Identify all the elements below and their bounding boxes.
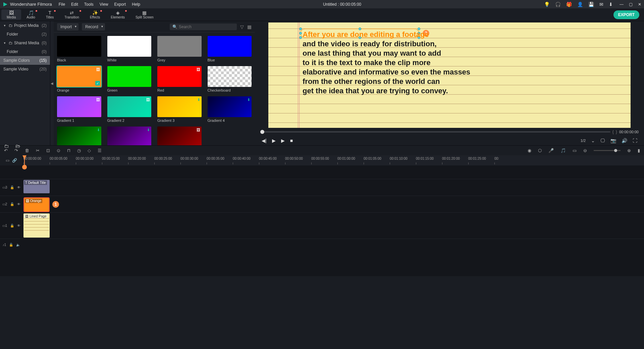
play-icon-2[interactable]: ▶ (281, 138, 285, 143)
media-thumb[interactable]: ⬇ (208, 96, 252, 117)
mic-icon[interactable]: 🎤 (548, 148, 554, 153)
track-body[interactable] (23, 239, 644, 251)
download-icon[interactable]: ⬇ (609, 2, 613, 7)
bracket-left-icon[interactable]: { (612, 130, 614, 134)
preview-canvas[interactable]: 2 After you are done editing a footagean… (268, 22, 631, 128)
zoom-thumb-icon[interactable] (614, 149, 617, 152)
tab-media[interactable]: 🖼 Media (1, 9, 21, 20)
save-icon[interactable]: 💾 (588, 2, 594, 7)
close-icon[interactable]: ✕ (638, 2, 641, 7)
clip-lined-page[interactable]: 🖼Lined Page (23, 213, 50, 238)
media-thumb[interactable] (107, 36, 152, 57)
media-item-White[interactable]: White (107, 36, 152, 62)
media-item-Gradient 4[interactable]: ⬇Gradient 4 (208, 96, 252, 122)
timeline-ruler[interactable]: 00:00:00:0000:00:05:0000:00:10:0000:00:1… (23, 155, 644, 165)
sidebar-item-folder[interactable]: Folder (2) (0, 30, 50, 39)
zoom-in-icon[interactable]: ⊕ (627, 148, 631, 153)
volume-icon[interactable]: 🔊 (622, 138, 627, 143)
menu-help[interactable]: Help (132, 2, 140, 7)
maximize-icon[interactable]: ▢ (629, 2, 633, 7)
settings-icon[interactable]: ☰ (98, 148, 102, 153)
scrubber-thumb-icon[interactable] (260, 130, 264, 134)
tab-effects[interactable]: ✨ Effects (85, 9, 105, 20)
media-item-Gradient 2[interactable]: 🖼Gradient 2 (107, 96, 152, 122)
add-folder-icon[interactable]: 🗀 (4, 143, 9, 149)
media-item-Green[interactable]: Green (107, 66, 152, 92)
duration-icon[interactable]: ◷ (77, 148, 81, 153)
menu-view[interactable]: View (100, 2, 108, 7)
media-thumb[interactable] (157, 36, 202, 57)
tab-transition[interactable]: ⇄ Transition (59, 9, 85, 20)
export-button[interactable]: EXPORT (613, 10, 639, 19)
record-dropdown[interactable]: Record (82, 23, 105, 31)
music-icon[interactable]: 🎵 (560, 148, 566, 153)
bracket-right-icon[interactable]: } (616, 130, 617, 134)
media-thumb[interactable] (107, 66, 152, 87)
visibility-icon[interactable]: 👁 (17, 202, 20, 206)
render-icon[interactable]: ◉ (528, 148, 531, 153)
media-thumb[interactable]: ⬇ (107, 127, 152, 145)
media-item-Gradient 1[interactable]: 🖼Gradient 1 (57, 96, 101, 122)
media-item-Checkerboard[interactable]: Checkerboard (208, 66, 252, 92)
media-item-12[interactable]: ⬇ (57, 127, 101, 145)
media-thumb[interactable] (57, 36, 101, 57)
zoom-slider[interactable] (594, 150, 621, 151)
marker-icon[interactable]: ⬡ (538, 148, 542, 153)
track-body[interactable]: TDefault Title (23, 179, 644, 196)
sidebar-item-shared-media[interactable]: ▼🗀Shared Media (0) (0, 39, 50, 47)
keyframe-icon[interactable]: ◇ (88, 148, 91, 153)
menu-export[interactable]: Export (114, 2, 126, 7)
fit-icon[interactable]: ▮ (638, 148, 640, 153)
headphones-icon[interactable]: 🎧 (555, 2, 561, 7)
rect-icon[interactable]: ▭ (573, 148, 577, 153)
prev-frame-icon[interactable]: ◀| (262, 138, 267, 143)
snapshot-icon[interactable]: 📷 (610, 138, 616, 143)
playhead[interactable] (24, 155, 25, 165)
tab-audio[interactable]: 🎵 Audio (21, 9, 41, 20)
preview-scrubber[interactable] (260, 131, 610, 133)
play-icon[interactable]: ▶ (272, 138, 276, 143)
media-item-Black[interactable]: Black (57, 36, 101, 62)
user-icon[interactable]: 👤 (577, 2, 583, 7)
clip-default-title[interactable]: TDefault Title (23, 180, 50, 193)
sidebar-item-folder-2[interactable]: Folder (0) (0, 47, 50, 56)
timeline-match-icon[interactable]: ▭ (6, 158, 9, 163)
selection-handle-icon[interactable] (299, 32, 302, 35)
visibility-icon[interactable]: 👁 (17, 224, 20, 228)
mail-icon[interactable]: ✉ (599, 2, 603, 7)
search-input[interactable] (179, 24, 234, 29)
stop-icon[interactable]: ■ (290, 138, 293, 143)
timeline-link-icon[interactable]: 🔗 (12, 158, 17, 163)
menu-edit[interactable]: Edit (71, 2, 78, 7)
selection-handle-icon[interactable] (299, 28, 302, 30)
filter-icon[interactable]: ▽ (240, 24, 244, 30)
menu-tools[interactable]: Tools (84, 2, 94, 7)
clip-orange[interactable]: 🖼Orange (23, 197, 50, 212)
lock-icon[interactable]: 🔓 (9, 243, 13, 247)
color-icon[interactable]: ⊓ (67, 148, 70, 153)
media-thumb[interactable]: 🖼✓ (57, 66, 101, 87)
lock-icon[interactable]: 🔓 (10, 202, 14, 206)
lock-icon[interactable]: 🔓 (10, 224, 14, 228)
media-thumb[interactable] (208, 66, 252, 87)
tab-titles[interactable]: T Titles (41, 9, 59, 20)
playhead-knob-icon[interactable] (22, 165, 27, 169)
speed-icon[interactable]: ⊙ (57, 148, 60, 153)
search-box[interactable]: 🔍 (170, 23, 237, 30)
sidebar-item-sample-colors[interactable]: Sample Colors (15) (0, 56, 50, 65)
mute-icon[interactable]: 🔈 (16, 243, 20, 247)
media-item-Orange[interactable]: 🖼✓Orange (57, 66, 101, 92)
tab-split-screen[interactable]: ▦ Split Screen (130, 9, 159, 20)
media-item-Red[interactable]: 🖼Red (157, 66, 202, 92)
media-thumb[interactable]: 🖼 (57, 96, 101, 117)
media-item-13[interactable]: ⬇ (107, 127, 152, 145)
media-item-Blue[interactable]: Blue (208, 36, 252, 62)
media-item-Grey[interactable]: Grey (157, 36, 202, 62)
chevron-down-icon[interactable]: ⌄ (591, 138, 595, 143)
track-body[interactable]: 🖼Lined Page (23, 213, 644, 239)
media-thumb[interactable]: ⬇ (157, 96, 202, 117)
tab-elements[interactable]: ◈ Elements (105, 9, 130, 20)
media-thumb[interactable]: 🖼 (107, 96, 152, 117)
grid-view-icon[interactable]: ▦ (247, 24, 252, 30)
gift-icon[interactable]: 🎁 (566, 2, 572, 7)
